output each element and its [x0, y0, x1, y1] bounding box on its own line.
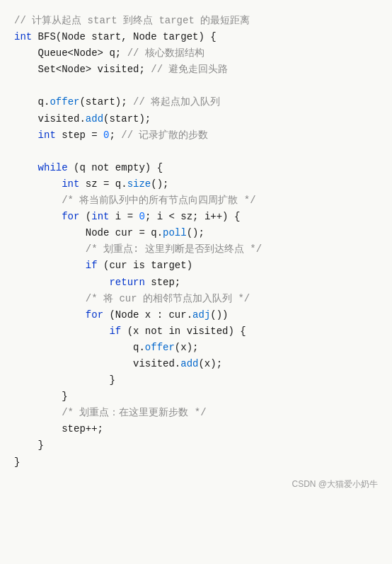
code-line-22: visited.add(x);: [14, 356, 378, 372]
code-line-5: [14, 78, 378, 94]
code-line-23: }: [14, 372, 378, 389]
code-line-27: }: [14, 437, 378, 454]
code-line-28: }: [14, 454, 378, 471]
code-line-4: Set<Node> visited; // 避免走回头路: [14, 62, 378, 78]
code-line-16: if (cur is target): [14, 258, 378, 274]
code-line-20: if (x not in visited) {: [14, 323, 378, 340]
code-line-18: /* 将 cur 的相邻节点加入队列 */: [14, 291, 378, 307]
code-line-10: while (q not empty) {: [14, 160, 378, 176]
code-line-19: for (Node x : cur.adj()): [14, 307, 378, 323]
code-line-11: int sz = q.size();: [14, 176, 378, 192]
code-line-13: for (int i = 0; i < sz; i++) {: [14, 209, 378, 225]
code-line-14: Node cur = q.poll();: [14, 225, 378, 241]
code-line-3: Queue<Node> q; // 核心数据结构: [14, 45, 378, 62]
code-line-1: // 计算从起点 start 到终点 target 的最短距离: [14, 13, 378, 29]
watermark: CSDN @大猫爱小奶牛: [292, 478, 378, 492]
code-line-25: /* 划重点：在这里更新步数 */: [14, 405, 378, 421]
code-line-9: [14, 144, 378, 160]
code-line-6: q.offer(start); // 将起点加入队列: [14, 94, 378, 110]
code-line-17: return step;: [14, 275, 378, 291]
code-line-2: int BFS(Node start, Node target) {: [14, 29, 378, 45]
code-line-21: q.offer(x);: [14, 340, 378, 356]
code-line-15: /* 划重点: 这里判断是否到达终点 */: [14, 241, 378, 258]
keyword-int: int: [14, 31, 32, 42]
comment-1: // 计算从起点 start 到终点 target 的最短距离: [14, 15, 250, 26]
code-line-26: step++;: [14, 421, 378, 437]
code-container: // 计算从起点 start 到终点 target 的最短距离 int BFS(…: [0, 0, 392, 499]
code-line-7: visited.add(start);: [14, 111, 378, 127]
code-line-12: /* 将当前队列中的所有节点向四周扩散 */: [14, 192, 378, 209]
code-line-24: }: [14, 389, 378, 405]
code-line-8: int step = 0; // 记录扩散的步数: [14, 127, 378, 144]
